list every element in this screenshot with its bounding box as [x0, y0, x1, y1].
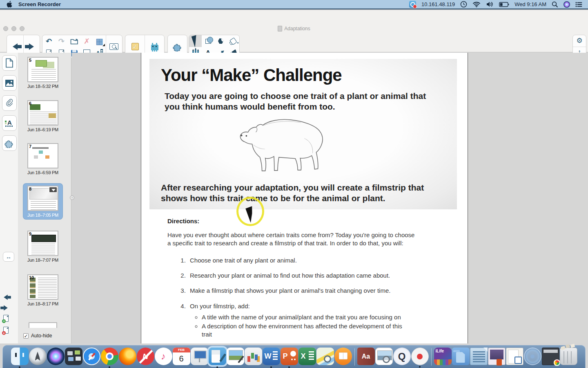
thumbnail-page-8[interactable]: 8Jun 18–7:05 PM: [23, 184, 62, 219]
dock-photomark-icon[interactable]: [227, 348, 244, 365]
dock-quicktime-icon[interactable]: Q: [393, 348, 411, 365]
table-icon: ▦: [96, 37, 103, 45]
select-tool-button[interactable]: [189, 35, 202, 47]
table-tool-button[interactable]: ▦: [93, 35, 106, 47]
thumbnail-page-number: 10: [29, 275, 34, 280]
notification-center-icon[interactable]: [575, 2, 582, 7]
thumbnail-timestamp: Jun 18–6:19 PM: [23, 127, 62, 132]
remove-doc-icon: x: [3, 327, 9, 334]
partial-thumbnail[interactable]: [29, 322, 57, 328]
dock-numbers-icon[interactable]: [245, 348, 262, 365]
dock-launchpad-icon[interactable]: [29, 348, 47, 365]
pointer-tool-icon: [191, 35, 199, 47]
directions-heading: Directions:: [167, 217, 417, 225]
dock-safari-icon[interactable]: [83, 348, 100, 365]
remove-doc-button[interactable]: x: [3, 327, 9, 334]
dock-minpp-icon[interactable]: [488, 348, 506, 365]
redo-button[interactable]: ↷: [55, 35, 68, 47]
thumbnail-menu-button[interactable]: [49, 187, 57, 193]
panel-resize-handle[interactable]: ›: [70, 195, 74, 200]
auto-hide-checkbox[interactable]: ✓: [23, 333, 29, 339]
dock-trash-icon[interactable]: [560, 348, 577, 365]
export-button[interactable]: [68, 35, 80, 47]
slide-title: Your “Make” Challenge: [161, 65, 457, 85]
text-stats-panel-button[interactable]: A: [2, 115, 17, 131]
settings-button[interactable]: ⚙: [573, 35, 586, 47]
document-page[interactable]: Your “Make” Challenge Today you are goin…: [141, 53, 468, 343]
dock-imagecapture-icon[interactable]: [375, 348, 393, 365]
clock-icon[interactable]: [460, 1, 467, 8]
thumbnail-page-number: 9: [29, 231, 31, 236]
prev-arrow-icon: [4, 295, 8, 300]
attachments-panel-button[interactable]: [2, 95, 17, 111]
thumbnail-page-10[interactable]: 10Jun 18–8:17 PM: [23, 274, 62, 306]
dock-word-icon[interactable]: W: [263, 348, 280, 365]
media-panel-button[interactable]: [2, 75, 17, 91]
dock-itunes-icon[interactable]: ♪: [155, 348, 172, 365]
horizontal-resize-icon: ↔: [6, 254, 11, 260]
dock-ilife-icon[interactable]: iLife: [434, 348, 452, 365]
direction-step: On your filmstrip, add: A title with the…: [187, 302, 417, 339]
thumbnail-timestamp: Jun 18–6:59 PM: [23, 170, 62, 175]
extensions-panel-button[interactable]: [2, 135, 17, 151]
menubar-app-name[interactable]: Screen Recorder: [18, 1, 61, 7]
dock-folder-icon[interactable]: [452, 348, 470, 365]
delete-button[interactable]: ✗: [80, 35, 93, 47]
undo-button[interactable]: ↶: [42, 35, 55, 47]
thumbnail-page-7[interactable]: 7Jun 18–6:59 PM: [23, 143, 62, 175]
dock-ibooks-icon[interactable]: [334, 348, 352, 365]
dock-notebook-icon[interactable]: [209, 348, 226, 365]
spotlight-search-icon[interactable]: [552, 1, 558, 8]
redo-icon: ↷: [58, 38, 65, 45]
dock-firefox-icon[interactable]: [119, 348, 136, 365]
paint-tool-button[interactable]: [227, 35, 240, 47]
undo-icon: ↶: [46, 38, 52, 45]
thumbnail-page-number: 6: [29, 101, 31, 106]
thumbnail-preview: [28, 58, 58, 81]
dock-excel-icon[interactable]: X: [298, 348, 316, 365]
dock-docstack-icon[interactable]: [470, 348, 488, 365]
window-title-area: Adaptations: [0, 26, 588, 31]
dock-reccircle-icon[interactable]: [524, 348, 541, 365]
import-doc-button[interactable]: +: [3, 315, 9, 322]
dock-keynote-icon[interactable]: [191, 348, 208, 365]
gear-icon: ⚙: [576, 36, 582, 45]
dock-recorder-icon[interactable]: [411, 348, 429, 365]
wifi-icon[interactable]: [472, 1, 481, 7]
next-page-button[interactable]: [3, 305, 8, 311]
thumbnail-page-9[interactable]: 9Jun 18–7:07 PM: [23, 231, 62, 263]
menubar-clock[interactable]: Wed 9:16 AM: [514, 1, 546, 7]
puzzle-piece-icon: [4, 138, 14, 148]
ip-address[interactable]: 10.161.48.119: [421, 1, 455, 7]
shapes-icon: [205, 39, 211, 44]
dock-powerpoint-icon[interactable]: P: [281, 348, 298, 365]
dock-chrome-icon[interactable]: [101, 348, 118, 365]
fill-shape-tool-button[interactable]: [214, 35, 227, 47]
window-title: Adaptations: [284, 26, 310, 31]
thumbnail-page-6[interactable]: 6Jun 18–6:19 PM: [23, 100, 62, 132]
dock-finder-icon[interactable]: [11, 348, 29, 365]
prev-page-button[interactable]: [3, 294, 8, 301]
thumbnail-page-number: 5: [29, 58, 31, 63]
dock-calendar-icon[interactable]: FEB6: [173, 348, 190, 365]
screen-recorder-status-icon[interactable]: [409, 1, 416, 8]
dock-news-icon[interactable]: N: [137, 348, 154, 365]
dock-mission-icon[interactable]: [65, 348, 82, 365]
direction-substep: A title with the name of your animal/pla…: [202, 313, 412, 321]
siri-menubar-icon[interactable]: [564, 1, 570, 8]
shapes-tool-button[interactable]: [202, 35, 214, 47]
dock-dictionary-icon[interactable]: Aa: [357, 348, 375, 365]
apple-menu-icon[interactable]: [7, 1, 13, 8]
dock-separator: [354, 348, 355, 366]
slide-intro-text: Today you are going to choose one trait …: [165, 91, 441, 112]
pages-panel-button[interactable]: [2, 55, 17, 71]
volume-icon[interactable]: [486, 1, 494, 7]
sidebar-width-toggle[interactable]: ↔: [3, 252, 14, 262]
thumbnail-page-5[interactable]: 5Jun 18–5:32 PM: [23, 57, 62, 89]
dock-siri-icon[interactable]: [47, 348, 65, 365]
dock-minnotes-icon[interactable]: [506, 348, 523, 365]
battery-icon[interactable]: [499, 2, 509, 7]
dock-minbrowser-icon[interactable]: [542, 348, 559, 365]
dock-maps-icon[interactable]: [316, 348, 334, 365]
page-icon: [5, 58, 13, 68]
